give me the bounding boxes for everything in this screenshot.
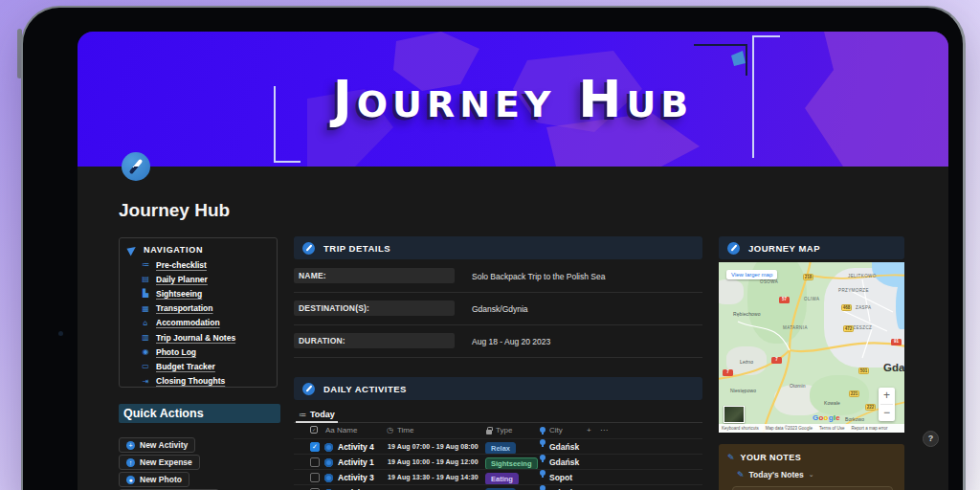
house-icon: ⌂ — [141, 319, 150, 327]
field-label-duration: DURATION: — [294, 333, 455, 348]
cover-image: Journey Hub — [78, 32, 948, 167]
pencil-icon: ✎ — [737, 470, 745, 479]
sidebar-item-sightseeing[interactable]: ▙ Sightseeing — [128, 286, 277, 301]
table-row[interactable]: ✓ Activity 4 19 Aug 07:00 - 19 Aug 08:00… — [294, 438, 702, 454]
page-title: Journey Hub — [119, 200, 230, 221]
terms-of-use-link[interactable]: Terms of Use — [819, 426, 845, 431]
activity-page-icon — [324, 474, 333, 482]
sidebar-item-accommodation[interactable]: ⌂ Accommodation — [128, 316, 277, 330]
camera-icon: ◉ — [141, 347, 150, 356]
arrow-up-circle-icon: ↑ — [126, 458, 135, 467]
google-logo[interactable]: Google — [813, 413, 840, 422]
map-data-attribution: Map data ©2023 Google — [766, 426, 813, 431]
row-checkbox[interactable]: ✓ — [310, 442, 320, 452]
paper-plane-icon — [126, 244, 138, 256]
row-checkbox[interactable]: ✓ — [310, 473, 320, 482]
help-button[interactable]: ? — [923, 431, 939, 447]
sidebar-item-pre-checklist[interactable]: ≔ Pre-checklist — [128, 257, 277, 272]
col-type[interactable]: Type — [496, 426, 512, 434]
list-view-icon: ≔ — [299, 411, 306, 419]
sidebar-item-budget-tracker[interactable]: ▭ Budget Tracker — [128, 359, 277, 373]
your-notes-callout: ✎ YOUR NOTES ✎ Today's Notes ⌄ — [719, 444, 904, 490]
col-name[interactable]: Name — [337, 426, 357, 434]
checkbox-column-icon: ✓ — [310, 426, 318, 434]
navigation-callout: NAVIGATION ≔ Pre-checklist ▤ Daily Plann… — [119, 237, 278, 388]
table-header: ✓ Aa Name ◷ Time Type City + ⋯ — [294, 424, 702, 437]
pin-icon — [542, 443, 544, 447]
lock-icon — [486, 430, 492, 434]
zoom-out-button[interactable]: − — [879, 405, 895, 421]
zoom-in-button[interactable]: + — [879, 388, 895, 404]
col-name-prefix: Aa — [325, 426, 335, 434]
map-city-gdansk: Gdańsk — [883, 362, 904, 373]
planner-icon: ▤ — [141, 275, 150, 283]
todays-notes-toggle[interactable]: ✎ Today's Notes ⌄ — [737, 470, 904, 479]
card-icon: ▭ — [141, 362, 150, 370]
compass-badge-icon — [302, 242, 315, 255]
journey-map-header: JOURNEY MAP — [719, 236, 904, 259]
train-icon: ▦ — [141, 304, 150, 313]
map-zoom-controls: + − — [879, 388, 895, 421]
cover-title: Journey Hub — [78, 32, 948, 167]
sidebar-item-closing-thoughts[interactable]: ⇥ Closing Thoughts — [128, 374, 277, 389]
front-camera — [58, 331, 63, 336]
field-value-destinations[interactable]: Gdansk/Gdynia — [472, 304, 528, 314]
chevron-down-icon: ⌄ — [809, 471, 814, 479]
tab-today[interactable]: ≔ Today — [296, 408, 338, 423]
activity-page-icon — [324, 443, 333, 452]
exit-icon: ⇥ — [141, 377, 150, 386]
compass-badge-icon — [302, 383, 315, 395]
new-activity-button[interactable]: + New Activity — [119, 437, 195, 453]
quick-actions-header: Quick Actions — [119, 404, 280, 423]
pin-icon — [542, 474, 544, 478]
table-row[interactable]: ✓ Activity 2 19 Aug 15:30 - 19 Aug 19:00… — [294, 484, 702, 490]
field-value-duration[interactable]: Aug 18 - Aug 20 2023 — [472, 337, 550, 346]
satellite-view-toggle[interactable] — [724, 406, 745, 423]
clock-icon: ◷ — [387, 426, 393, 434]
view-larger-map-link[interactable]: View larger map — [726, 270, 777, 279]
camera-circle-icon: ● — [126, 476, 135, 484]
type-badge: Sightseeing — [485, 457, 538, 471]
table-row[interactable]: ✓ Activity 1 19 Aug 10:00 - 19 Aug 12:00… — [294, 454, 702, 469]
map-roads — [719, 262, 904, 433]
field-value-name[interactable]: Solo Backpack Trip to the Polish Sea — [472, 272, 605, 281]
new-photo-button[interactable]: ● New Photo — [119, 472, 189, 487]
tablet-frame: Journey Hub Journey Hub NAVIGATION ≔ Pre… — [21, 6, 966, 490]
type-badge: Relax — [485, 442, 516, 456]
plus-circle-icon: + — [126, 441, 135, 450]
compass-badge-icon — [727, 242, 740, 255]
navigation-title: NAVIGATION — [144, 245, 203, 255]
sidebar-item-photo-log[interactable]: ◉ Photo Log — [128, 345, 277, 359]
table-more-button[interactable]: ⋯ — [600, 426, 608, 434]
journal-icon: ▥ — [141, 333, 150, 342]
sidebar-item-trip-journal[interactable]: ▥ Trip Journal & Notes — [128, 330, 277, 345]
trip-details-header: TRIP DETAILS — [294, 236, 702, 259]
field-label-destinations: DESTINATION(S): — [294, 301, 455, 316]
new-expense-button[interactable]: ↑ New Expense — [119, 455, 200, 470]
app-screen: Journey Hub Journey Hub NAVIGATION ≔ Pre… — [78, 32, 948, 490]
row-checkbox[interactable]: ✓ — [310, 457, 320, 467]
field-label-name: NAME: — [294, 268, 455, 283]
sidebar-item-transportation[interactable]: ▦ Transportation — [128, 301, 277, 316]
page-compass-icon[interactable] — [122, 152, 150, 181]
pin-icon — [542, 431, 544, 434]
keyboard-shortcuts-link[interactable]: Keyboard shortcuts — [722, 426, 759, 431]
pin-icon — [542, 458, 544, 462]
col-time[interactable]: Time — [397, 426, 413, 434]
report-map-error-link[interactable]: Report a map error — [851, 426, 887, 431]
pencil-icon: ✎ — [727, 453, 735, 462]
view-tabs: ≔ Today — [294, 408, 702, 423]
type-badge: Eating — [485, 473, 519, 486]
notes-input-box[interactable] — [732, 486, 893, 490]
activity-page-icon — [324, 458, 333, 467]
daily-activities-header: DAILY ACTIVITES — [294, 377, 702, 400]
chart-icon: ▙ — [141, 289, 150, 298]
checklist-icon: ≔ — [141, 260, 150, 269]
google-map-embed[interactable]: OSOWA OLIWA JELITKOWO PRZYMORZE ZASPA Rę… — [719, 262, 904, 433]
table-row[interactable]: ✓ Activity 3 19 Aug 13:30 - 19 Aug 14:30… — [294, 469, 702, 484]
sidebar-item-daily-planner[interactable]: ▤ Daily Planner — [128, 272, 277, 286]
map-footer: Keyboard shortcuts Map data ©2023 Google… — [719, 424, 904, 433]
add-column-button[interactable]: + — [587, 426, 591, 434]
col-city[interactable]: City — [549, 426, 563, 434]
